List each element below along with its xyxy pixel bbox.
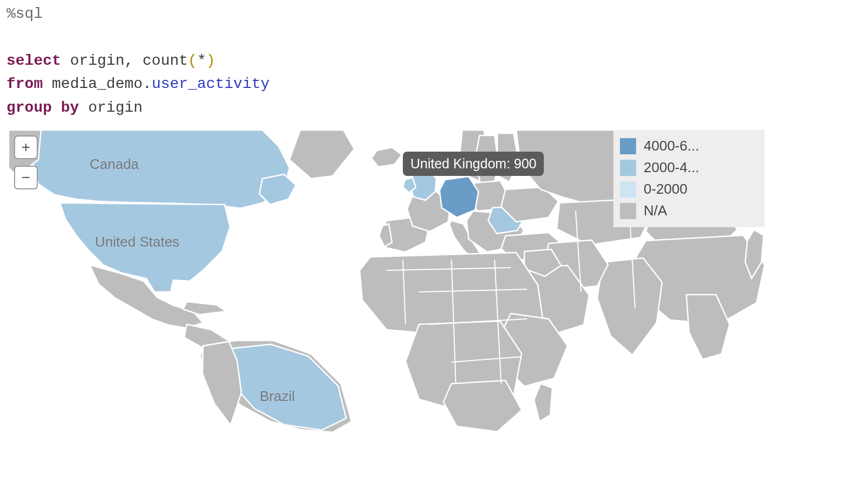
legend-swatch-icon: [620, 181, 636, 197]
country-india[interactable]: [597, 258, 662, 355]
legend-label: 2000-4...: [644, 159, 699, 176]
kw-from: from: [6, 76, 43, 92]
legend-label: 0-2000: [644, 181, 687, 197]
dot: .: [143, 76, 152, 92]
code-magic: %sql: [6, 5, 43, 22]
legend-label: N/A: [644, 202, 667, 219]
legend-label: 4000-6...: [644, 138, 699, 154]
choropleth-map[interactable]: + − Canada United States Brazil United K…: [9, 130, 765, 432]
zoom-in-button[interactable]: +: [14, 135, 38, 159]
legend-swatch-icon: [620, 138, 636, 154]
legend-swatch-icon: [620, 160, 636, 176]
tooltip-text: United Kingdom: 900: [410, 156, 536, 171]
country-canada-islands[interactable]: [259, 174, 296, 205]
country-iceland[interactable]: [372, 147, 402, 167]
legend-item[interactable]: 0-2000: [620, 179, 758, 200]
minus-icon: −: [22, 170, 30, 185]
code-origin: origin,: [61, 52, 143, 69]
zoom-out-button[interactable]: −: [14, 166, 38, 189]
sql-code-cell[interactable]: %sql select origin, count(*) from media_…: [0, 0, 864, 125]
legend-swatch-icon: [620, 203, 636, 219]
legend-item[interactable]: N/A: [620, 200, 758, 222]
plus-icon: +: [22, 140, 30, 155]
schema-name: media_demo: [43, 76, 143, 92]
fn-count: count: [143, 52, 188, 69]
country-usa[interactable]: [60, 203, 230, 292]
country-madagascar[interactable]: [534, 384, 552, 421]
kw-group-by: group by: [6, 99, 79, 116]
country-brazil[interactable]: [225, 344, 346, 430]
map-tooltip: United Kingdom: 900: [403, 152, 544, 176]
country-southern-africa[interactable]: [443, 380, 522, 432]
table-name: user_activity: [152, 76, 269, 92]
legend-item[interactable]: 2000-4...: [620, 157, 758, 179]
star: *: [197, 52, 206, 69]
paren-open: (: [188, 52, 197, 69]
map-legend: 4000-6... 2000-4... 0-2000 N/A: [613, 130, 765, 227]
country-greenland[interactable]: [289, 130, 354, 179]
kw-select: select: [6, 52, 61, 69]
legend-item[interactable]: 4000-6...: [620, 135, 758, 157]
zoom-controls: + −: [14, 135, 38, 189]
group-col: origin: [79, 99, 143, 116]
paren-close: ): [206, 52, 215, 69]
country-canada[interactable]: [33, 130, 289, 208]
